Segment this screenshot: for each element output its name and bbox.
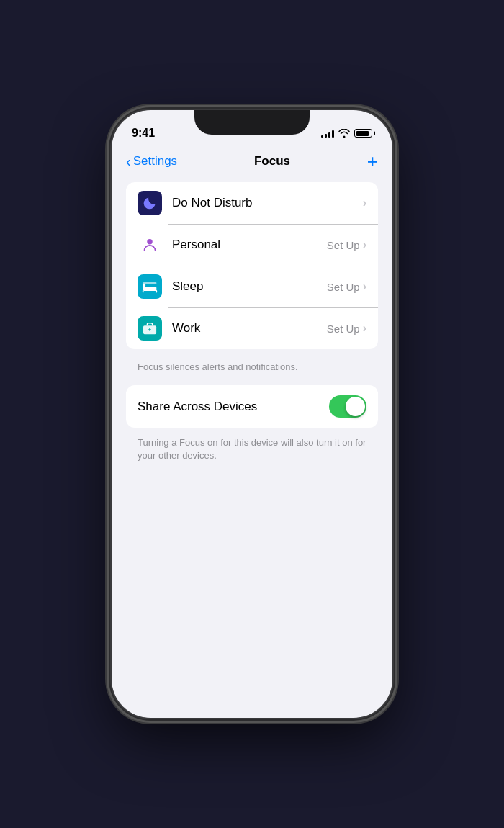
- battery-fill: [356, 131, 369, 136]
- sleep-chevron-icon: ›: [363, 280, 366, 293]
- dnd-chevron-icon: ›: [363, 197, 366, 210]
- focus-item-sleep[interactable]: Sleep Set Up ›: [126, 266, 378, 307]
- page-title: Focus: [254, 154, 290, 168]
- sleep-icon: [138, 274, 162, 299]
- dnd-right: ›: [363, 197, 366, 210]
- share-across-devices-label: Share Across Devices: [138, 400, 257, 414]
- add-button[interactable]: +: [367, 152, 378, 171]
- notch: [194, 110, 310, 135]
- work-icon: [138, 316, 162, 341]
- work-setup: Set Up: [327, 323, 360, 335]
- svg-rect-3: [143, 282, 157, 284]
- signal-bar-2: [325, 134, 327, 138]
- personal-icon: [138, 233, 162, 257]
- wifi-icon: [338, 129, 350, 138]
- focus-list-card: Do Not Disturb › Personal S: [126, 182, 378, 349]
- dnd-icon: [138, 191, 162, 215]
- personal-setup: Set Up: [327, 239, 360, 251]
- back-label: Settings: [133, 154, 177, 168]
- nav-header: ‹ Settings Focus +: [112, 146, 392, 182]
- svg-point-0: [147, 239, 153, 245]
- back-button[interactable]: ‹ Settings: [126, 154, 177, 168]
- focus-item-do-not-disturb[interactable]: Do Not Disturb ›: [126, 182, 378, 224]
- personal-label: Personal: [172, 238, 327, 252]
- work-chevron-icon: ›: [363, 322, 366, 335]
- svg-rect-1: [143, 287, 157, 291]
- share-across-devices-card: Share Across Devices: [126, 385, 378, 428]
- focus-item-work[interactable]: Work Set Up ›: [126, 307, 378, 349]
- phone-frame: 9:41: [112, 110, 392, 718]
- bed-icon: [142, 280, 158, 293]
- phone-screen: 9:41: [112, 110, 392, 718]
- personal-right: Set Up ›: [327, 238, 366, 251]
- focus-item-personal[interactable]: Personal Set Up ›: [126, 224, 378, 266]
- sleep-setup: Set Up: [327, 281, 360, 293]
- work-label: Work: [172, 321, 327, 336]
- briefcase-icon: [143, 321, 157, 336]
- back-chevron-icon: ‹: [126, 154, 131, 168]
- moon-icon: [143, 196, 157, 210]
- dnd-label: Do Not Disturb: [172, 196, 363, 210]
- battery-icon: [354, 129, 372, 138]
- personal-chevron-icon: ›: [363, 238, 366, 251]
- signal-bar-1: [321, 135, 323, 138]
- status-icons: [321, 129, 372, 138]
- sleep-label: Sleep: [172, 279, 327, 294]
- signal-bar-3: [328, 132, 330, 138]
- content-area: Do Not Disturb › Personal S: [112, 182, 392, 474]
- toggle-caption: Turning a Focus on for this device will …: [126, 433, 378, 474]
- signal-bars-icon: [321, 129, 334, 138]
- person-icon: [143, 238, 157, 252]
- signal-bar-4: [332, 130, 334, 138]
- toggle-knob: [346, 397, 365, 416]
- list-caption: Focus silences alerts and notifications.: [126, 355, 378, 385]
- sleep-right: Set Up ›: [327, 280, 366, 293]
- share-across-devices-toggle[interactable]: [329, 395, 366, 418]
- status-time: 9:41: [132, 127, 155, 140]
- work-right: Set Up ›: [327, 322, 366, 335]
